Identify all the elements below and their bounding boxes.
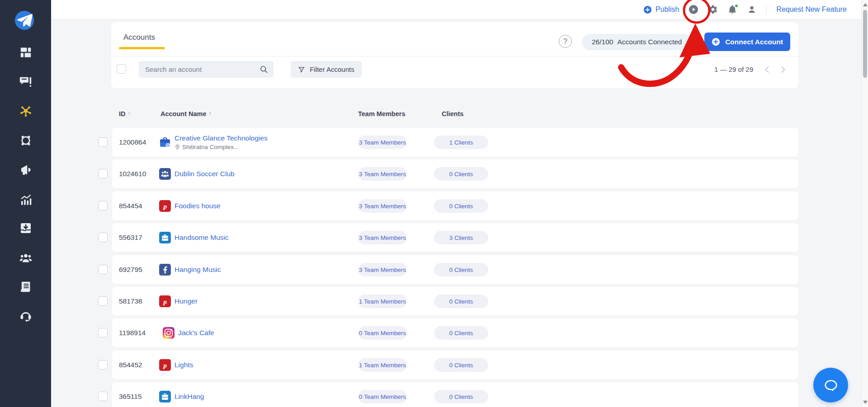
tab-accounts[interactable]: Accounts (123, 33, 155, 42)
account-id: 692795 (119, 266, 159, 274)
row-checkbox[interactable] (98, 296, 108, 306)
documents-icon (19, 280, 33, 294)
account-name-link[interactable]: Foodies house (175, 202, 221, 210)
clients-badge[interactable]: 0 Clients (434, 167, 488, 181)
account-name-link[interactable]: Dublin Soccer Club (175, 170, 235, 178)
account-name-link[interactable]: Jack's Cafe (178, 329, 214, 337)
chat-widget-button[interactable] (813, 368, 848, 402)
person-icon[interactable] (747, 5, 757, 14)
sidebar-item-support[interactable] (0, 307, 51, 323)
sidebar-item-discover[interactable] (0, 132, 51, 149)
table-row: 1198914 Jack's Cafe 0 Team Members 0 Cli… (98, 318, 798, 347)
clients-badge[interactable]: 0 Clients (434, 390, 488, 403)
clients-badge[interactable]: 0 Clients (434, 263, 488, 276)
sidebar-item-inbox[interactable] (0, 220, 51, 236)
sidebar (0, 0, 51, 407)
row-checkbox[interactable] (98, 169, 108, 178)
linkedin-company-icon (159, 232, 171, 243)
sidebar-item-compose[interactable] (0, 73, 51, 89)
scroll-up-arrow[interactable] (863, 3, 868, 6)
team-members-badge[interactable]: 1 Team Members (358, 295, 407, 308)
clients-badge[interactable]: 0 Clients (434, 295, 488, 308)
search-input[interactable] (139, 61, 274, 78)
scrollbar-thumb[interactable] (863, 10, 867, 78)
team-members-badge[interactable]: 3 Team Members (358, 167, 407, 181)
accounts-connected-badge: 26/100 Accounts Connected (582, 34, 692, 50)
team-members-badge[interactable]: 3 Team Members (358, 136, 407, 149)
table-row: 1200864 G Creative Glance Technologies S… (98, 128, 798, 157)
help-icon[interactable]: ? (559, 35, 572, 48)
clients-badge[interactable]: 0 Clients (434, 326, 488, 340)
filter-accounts-button[interactable]: Filter Accounts (291, 61, 362, 78)
connected-label: Accounts Connected (617, 38, 682, 46)
team-members-badge[interactable]: 0 Team Members (358, 326, 407, 340)
funnel-icon (298, 66, 305, 73)
pagination-prev-button[interactable] (763, 65, 772, 74)
connect-account-button[interactable]: Connect Account (704, 33, 790, 51)
svg-text:p: p (162, 362, 167, 369)
account-name-link[interactable]: LinkHang (175, 393, 204, 401)
topbar-divider (766, 5, 767, 14)
table-row: 581738 p Hunger 1 Team Members 0 Clients (98, 287, 798, 316)
clients-badge[interactable]: 1 Clients (434, 136, 488, 149)
scroll-down-arrow[interactable] (863, 401, 868, 404)
table-row: 854454 p Foodies house 3 Team Members 0 … (98, 192, 798, 220)
account-name-link[interactable]: Hunger (175, 297, 198, 305)
column-header-team-members: Team Members (358, 110, 406, 117)
account-id: 1198914 (119, 329, 159, 337)
clients-badge[interactable]: 0 Clients (434, 199, 488, 213)
clients-badge[interactable]: 0 Clients (434, 358, 488, 372)
play-circle-icon[interactable] (689, 5, 698, 14)
account-id: 556317 (119, 234, 159, 242)
account-name-link[interactable]: Creative Glance Technologies (175, 134, 268, 142)
account-name-link[interactable]: Lights (175, 361, 193, 369)
row-checkbox[interactable] (98, 265, 108, 274)
row-checkbox[interactable] (98, 328, 108, 337)
table-row: 365115 LinkHang 0 Team Members 0 Clients (98, 382, 798, 407)
bell-icon[interactable] (727, 5, 737, 14)
plus-circle-icon (643, 5, 652, 14)
row-checkbox[interactable] (98, 201, 108, 211)
sidebar-item-social-accounts[interactable] (0, 103, 51, 119)
search-box (139, 61, 274, 78)
column-header-clients: Clients (442, 110, 463, 117)
paper-plane-icon (15, 11, 34, 30)
svg-text:p: p (162, 298, 167, 305)
pagination-next-button[interactable] (778, 65, 788, 74)
team-members-badge[interactable]: 0 Team Members (358, 390, 407, 403)
sidebar-item-team[interactable] (0, 250, 51, 266)
clients-badge[interactable]: 3 Clients (434, 231, 488, 244)
request-new-feature-link[interactable]: Request New Feature (776, 5, 847, 14)
sidebar-item-automation[interactable] (0, 162, 51, 178)
pinterest-icon: p (159, 359, 171, 371)
team-members-badge[interactable]: 3 Team Members (358, 263, 407, 276)
sidebar-item-dashboard[interactable] (0, 44, 51, 61)
account-name-link[interactable]: Hanging Music (175, 266, 221, 274)
pagination: 1 — 29 of 29 (714, 61, 788, 78)
pagination-label: 1 — 29 of 29 (714, 65, 753, 73)
row-checkbox[interactable] (98, 233, 108, 242)
pinterest-icon: p (159, 200, 171, 212)
table-row: 1024610 Dublin Soccer Club 3 Team Member… (98, 159, 798, 188)
sidebar-item-documents[interactable] (0, 279, 51, 295)
publish-button[interactable]: Publish (643, 5, 679, 14)
team-members-badge[interactable]: 3 Team Members (358, 199, 407, 213)
page-scrollbar[interactable] (861, 0, 868, 407)
publish-label: Publish (656, 5, 679, 14)
column-header-id[interactable]: ID↑ (119, 110, 131, 117)
team-members-badge[interactable]: 1 Team Members (358, 358, 407, 372)
app-logo[interactable] (15, 11, 34, 30)
row-checkbox[interactable] (98, 137, 108, 147)
select-all-checkbox[interactable] (117, 64, 126, 74)
team-members-badge[interactable]: 3 Team Members (358, 231, 407, 244)
row-checkbox[interactable] (98, 360, 108, 370)
table-header: ID↑ Account Name↑ Team Members Clients (0, 110, 868, 119)
search-icon (259, 65, 268, 74)
sidebar-item-analytics[interactable] (0, 192, 51, 208)
row-checkbox[interactable] (98, 392, 108, 401)
account-name-link[interactable]: Handsome Music (175, 234, 229, 242)
gear-icon[interactable] (708, 5, 718, 14)
support-icon (19, 309, 33, 322)
account-id: 365115 (119, 393, 159, 401)
column-header-account-name[interactable]: Account Name↑ (160, 110, 212, 117)
